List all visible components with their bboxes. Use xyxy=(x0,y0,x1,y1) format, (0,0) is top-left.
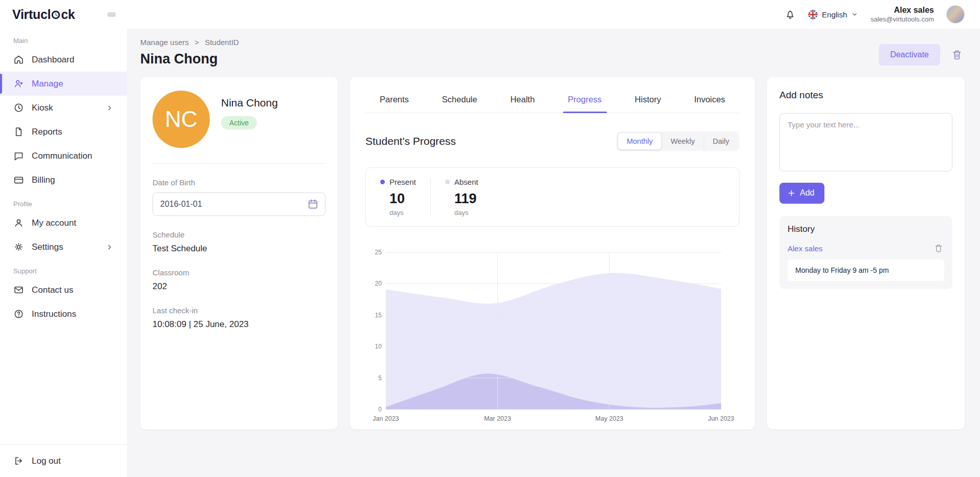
stat-present: Present 10 days xyxy=(366,178,430,216)
present-value: 10 xyxy=(389,191,416,207)
sidebar-item-my-account[interactable]: My account xyxy=(0,211,127,235)
add-note-button[interactable]: Add xyxy=(779,183,824,204)
sidebar-collapse-handle[interactable] xyxy=(107,12,116,17)
delete-note-button[interactable] xyxy=(933,243,944,254)
uk-flag-icon xyxy=(808,10,818,19)
tab-progress[interactable]: Progress xyxy=(563,91,607,113)
range-toggle: Monthly Weekly Daily xyxy=(617,132,739,151)
sidebar-item-billing[interactable]: Billing xyxy=(0,168,127,192)
language-selector[interactable]: English xyxy=(808,10,858,19)
present-label: Present xyxy=(389,178,416,186)
svg-text:May 2023: May 2023 xyxy=(595,415,623,422)
user-icon xyxy=(13,218,24,228)
progress-title: Student's Progress xyxy=(365,135,456,147)
sidebar-item-settings[interactable]: Settings xyxy=(0,235,127,259)
sidebar-nav: Main Dashboard Manage Kiosk Reports Co xyxy=(0,29,127,326)
last-checkin-value: 10:08:09 | 25 June, 2023 xyxy=(153,319,325,330)
user-email: sales@virtutools.com xyxy=(870,15,934,24)
sidebar-item-label: Kiosk xyxy=(32,103,53,113)
logout-label: Log out xyxy=(32,456,61,466)
detail-tabs: Parents Schedule Health Progress History… xyxy=(365,91,739,113)
user-name: Alex sales xyxy=(870,5,934,15)
range-option-weekly[interactable]: Weekly xyxy=(661,133,703,149)
app-root: Virtuclck Main Dashboard Manage Kiosk R xyxy=(0,0,980,477)
range-option-daily[interactable]: Daily xyxy=(704,133,738,149)
breadcrumb: Manage users > StudentID xyxy=(140,38,239,47)
logo-row: Virtuclck xyxy=(0,0,127,29)
breadcrumb-manage-users[interactable]: Manage users xyxy=(140,38,189,47)
header-actions: Deactivate xyxy=(879,44,965,66)
page-header: Manage users > StudentID Nina Chong Deac… xyxy=(140,35,965,67)
range-option-monthly[interactable]: Monthly xyxy=(618,133,662,149)
sidebar-item-contact-us[interactable]: Contact us xyxy=(0,278,127,302)
tab-history[interactable]: History xyxy=(629,91,666,113)
sidebar-item-instructions[interactable]: Instructions xyxy=(0,302,127,326)
tab-invoices[interactable]: Invoices xyxy=(689,91,730,113)
sidebar-item-reports[interactable]: Reports xyxy=(0,120,127,144)
last-checkin-label: Last check-in xyxy=(153,306,325,315)
dob-label: Date of Birth xyxy=(153,178,325,187)
absent-label: Absent xyxy=(454,178,478,186)
sidebar-item-label: Manage xyxy=(32,79,63,89)
history-note-text: Monday to Friday 9 am -5 pm xyxy=(788,259,944,281)
svg-text:Mar 2023: Mar 2023 xyxy=(484,415,511,422)
svg-text:Jun 2023: Jun 2023 xyxy=(708,415,734,422)
report-icon xyxy=(13,126,24,137)
brand-logo: Virtuclck xyxy=(12,7,75,22)
progress-chart: 0510152025Jan 2023Mar 2023May 2023Jun 20… xyxy=(365,245,739,425)
sidebar-item-label: My account xyxy=(32,218,76,228)
plus-icon xyxy=(788,189,795,197)
sidebar-item-label: Communication xyxy=(32,151,92,161)
gear-icon xyxy=(13,242,24,252)
tab-health[interactable]: Health xyxy=(505,91,540,113)
dob-input[interactable] xyxy=(153,192,325,216)
chevron-right-icon xyxy=(105,104,114,112)
brand-text-post: ck xyxy=(61,7,75,22)
attendance-stats: Present 10 days Absent 119 days xyxy=(365,167,739,227)
user-avatar[interactable] xyxy=(946,5,965,24)
student-name: Nina Chong xyxy=(221,97,278,109)
svg-text:0: 0 xyxy=(378,406,382,413)
svg-text:Jan 2023: Jan 2023 xyxy=(373,415,399,422)
stat-absent: Absent 119 days xyxy=(430,178,493,216)
sidebar: Virtuclck Main Dashboard Manage Kiosk R xyxy=(0,0,127,477)
notes-input[interactable] xyxy=(779,113,952,171)
sidebar-item-label: Dashboard xyxy=(32,55,74,65)
main-area: English Alex sales sales@virtutools.com … xyxy=(127,0,980,477)
absent-dot-icon xyxy=(445,180,450,184)
sidebar-item-manage[interactable]: Manage xyxy=(0,72,127,96)
profile-divider xyxy=(153,163,325,164)
trash-icon xyxy=(934,244,943,253)
tab-parents[interactable]: Parents xyxy=(375,91,414,113)
sidebar-item-kiosk[interactable]: Kiosk xyxy=(0,96,127,120)
notes-history-panel: History Alex sales Monday to Friday 9 am… xyxy=(779,216,952,289)
user-menu[interactable]: Alex sales sales@virtutools.com xyxy=(870,5,934,24)
delete-student-button[interactable] xyxy=(949,47,965,62)
notes-title: Add notes xyxy=(779,90,952,101)
home-icon xyxy=(13,54,24,65)
language-label: English xyxy=(822,10,847,19)
history-item: Alex sales xyxy=(788,243,944,254)
tab-schedule[interactable]: Schedule xyxy=(437,91,483,113)
sidebar-item-label: Billing xyxy=(32,175,55,185)
deactivate-button[interactable]: Deactivate xyxy=(879,44,940,66)
svg-text:20: 20 xyxy=(375,280,382,287)
notifications-bell-icon[interactable] xyxy=(785,9,796,20)
sidebar-item-label: Settings xyxy=(32,242,63,252)
history-title: History xyxy=(788,224,944,234)
sidebar-item-dashboard[interactable]: Dashboard xyxy=(0,48,127,72)
schedule-label: Schedule xyxy=(153,230,325,239)
page-title: Nina Chong xyxy=(140,51,239,67)
clock-logo-icon xyxy=(51,10,60,19)
svg-text:5: 5 xyxy=(378,375,382,382)
trash-icon xyxy=(951,49,963,60)
breadcrumb-current: StudentID xyxy=(205,38,239,47)
breadcrumb-separator: > xyxy=(194,38,199,47)
sidebar-item-communication[interactable]: Communication xyxy=(0,144,127,168)
users-icon xyxy=(13,78,24,89)
logout-button[interactable]: Log out xyxy=(0,444,127,477)
chevron-right-icon xyxy=(105,243,114,251)
clock-icon xyxy=(13,102,24,113)
present-unit: days xyxy=(389,209,416,216)
student-avatar: NC xyxy=(153,91,210,148)
